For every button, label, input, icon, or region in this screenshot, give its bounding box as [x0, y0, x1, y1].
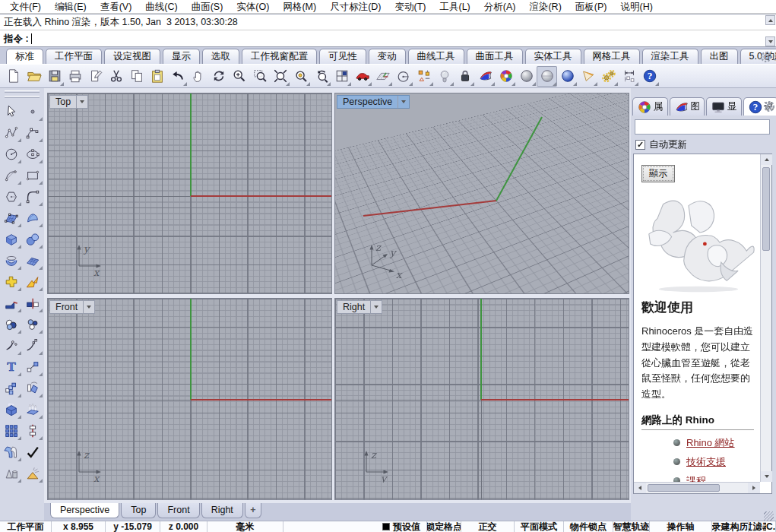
- menu-item[interactable]: 曲面(S): [185, 0, 230, 14]
- scroll-right-icon[interactable]: [748, 483, 760, 493]
- status-cell[interactable]: 物件锁点: [564, 521, 613, 532]
- patch-button[interactable]: [23, 250, 43, 271]
- scroll-down-icon[interactable]: [765, 36, 775, 46]
- torus-button[interactable]: [2, 250, 22, 271]
- menu-item[interactable]: 尺寸标注(D): [323, 0, 388, 14]
- scroll-down-icon[interactable]: [761, 471, 772, 482]
- status-cell[interactable]: 过滤器: [749, 521, 766, 532]
- toolbar-tab[interactable]: 曲面工具: [467, 49, 523, 64]
- status-cell[interactable]: 工作平面: [0, 521, 52, 532]
- osnap-button[interactable]: [413, 66, 434, 87]
- new-file-button[interactable]: [3, 66, 24, 87]
- panel-options-gear-icon[interactable]: [762, 99, 774, 112]
- zoom-extents-button[interactable]: [270, 66, 290, 87]
- ellipse-button[interactable]: [23, 144, 43, 164]
- help-link[interactable]: 技術支援: [686, 455, 726, 469]
- toolbar-tab[interactable]: 选取: [202, 49, 239, 64]
- toolbar-tab[interactable]: 标准: [6, 49, 43, 64]
- viewport-title-right[interactable]: Right: [337, 300, 382, 314]
- toolbar-tab[interactable]: 工作视窗配置: [242, 49, 317, 64]
- viewport-right[interactable]: Right z y: [334, 298, 629, 500]
- viewport-top[interactable]: Top y x: [47, 93, 332, 294]
- circle-button[interactable]: [2, 144, 22, 164]
- viewport-title-perspective[interactable]: Perspective: [337, 95, 410, 109]
- move-button[interactable]: [23, 356, 43, 377]
- trim-button[interactable]: [2, 293, 22, 313]
- rectangle-button[interactable]: [23, 165, 43, 185]
- cone-button[interactable]: [2, 463, 22, 483]
- menu-item[interactable]: 说明(H): [613, 0, 659, 14]
- toolbar-tab[interactable]: 设定视图: [104, 49, 160, 64]
- extend-curve-button[interactable]: [23, 335, 43, 356]
- checkbox-check-icon[interactable]: ✓: [635, 140, 645, 150]
- status-cell[interactable]: x 8.955: [52, 521, 106, 532]
- sphere-button[interactable]: [23, 229, 43, 249]
- dimension-button[interactable]: [619, 66, 639, 87]
- point-button[interactable]: [23, 101, 43, 122]
- menu-item[interactable]: 分析(A): [477, 0, 523, 14]
- check-objects-button[interactable]: [23, 442, 43, 462]
- auto-update-checkbox[interactable]: ✓ 自动更新: [635, 138, 687, 151]
- rendered-display-button[interactable]: [557, 66, 578, 87]
- toolbar-grip[interactable]: [5, 90, 40, 93]
- menu-item[interactable]: 网格(M): [276, 0, 323, 14]
- rotate-view-button[interactable]: [208, 66, 229, 87]
- viewport-layout-button[interactable]: [331, 66, 352, 87]
- tab-properties[interactable]: 属: [632, 97, 668, 116]
- menu-item[interactable]: 文件(F): [3, 0, 48, 14]
- extrude-surface-button[interactable]: [23, 399, 43, 420]
- viewport-menu-caret-icon[interactable]: [83, 301, 94, 313]
- status-cell[interactable]: z 0.000: [160, 521, 207, 532]
- edit-notes-button[interactable]: [85, 66, 106, 87]
- menu-item[interactable]: 实体(O): [230, 0, 276, 14]
- viewport-title-front[interactable]: Front: [49, 300, 95, 314]
- toolbar-tab[interactable]: 渲染工具: [642, 49, 698, 64]
- circle-group-button[interactable]: [23, 314, 43, 334]
- status-cell[interactable]: 毫米: [207, 521, 283, 532]
- copy-button[interactable]: [126, 66, 147, 87]
- new-viewport-tab-button[interactable]: +: [245, 503, 261, 518]
- polyline-button[interactable]: [2, 122, 22, 143]
- status-cell[interactable]: 平面模式: [515, 521, 564, 532]
- viewport-title-top[interactable]: Top: [49, 95, 88, 109]
- status-cell[interactable]: y -15.079: [106, 521, 160, 532]
- vertical-scrollbar[interactable]: [760, 154, 771, 482]
- text-button[interactable]: T: [2, 356, 22, 377]
- viewport-tab[interactable]: Right: [201, 503, 243, 518]
- menu-item[interactable]: 查看(V): [93, 0, 139, 14]
- array-button[interactable]: [2, 420, 22, 441]
- status-cell[interactable]: 智慧轨迹: [613, 521, 650, 532]
- viewport-tab[interactable]: Front: [157, 503, 199, 518]
- scroll-left-icon[interactable]: [634, 483, 646, 493]
- show-button[interactable]: 顯示: [641, 165, 675, 182]
- ghosted-display-button[interactable]: [537, 66, 557, 87]
- toolbar-tab[interactable]: 实体工具: [525, 49, 581, 64]
- menu-item[interactable]: 变动(T): [388, 0, 433, 14]
- arc-button[interactable]: [2, 165, 22, 185]
- tab-display[interactable]: 显: [706, 97, 742, 116]
- toolbar-tab[interactable]: 显示: [163, 49, 200, 64]
- toolbar-tab[interactable]: 出图: [701, 49, 738, 64]
- toolbar-options-gear-icon[interactable]: [759, 49, 772, 63]
- status-cell[interactable]: C.: [766, 521, 776, 532]
- viewport-tab[interactable]: Top: [121, 503, 156, 518]
- render-object-button[interactable]: [23, 463, 43, 483]
- toolbar-tab[interactable]: 可见性: [319, 49, 366, 64]
- horizontal-scrollbar[interactable]: [634, 482, 760, 493]
- scroll-up-icon[interactable]: [765, 15, 775, 25]
- command-prompt[interactable]: 指令 :: [0, 30, 776, 46]
- scrollbar-thumb[interactable]: [648, 484, 720, 492]
- render-preview-button[interactable]: [496, 66, 516, 87]
- polygon-button[interactable]: [2, 186, 22, 207]
- save-button[interactable]: [44, 66, 65, 87]
- boolean-button[interactable]: [2, 271, 22, 292]
- hide-objects-button[interactable]: [434, 66, 455, 87]
- menu-item[interactable]: 工具(L): [432, 0, 477, 14]
- set-view-button[interactable]: [393, 66, 413, 87]
- cplane-button[interactable]: [372, 66, 393, 87]
- spotlight-button[interactable]: [578, 66, 598, 87]
- zoom-window-button[interactable]: [249, 66, 270, 87]
- box-button[interactable]: [2, 229, 22, 249]
- viewport-menu-caret-icon[interactable]: [398, 96, 409, 108]
- viewport-perspective[interactable]: Perspective z y x: [334, 93, 629, 294]
